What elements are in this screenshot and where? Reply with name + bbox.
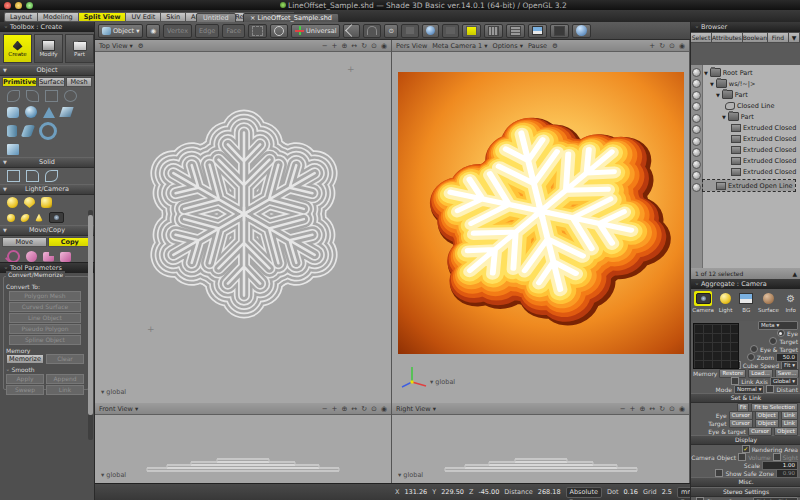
magnify-button[interactable]: ⊙ [371, 42, 377, 50]
convert-line-object-button[interactable]: Line Object [9, 313, 81, 323]
edge-mode-button[interactable]: Edge [195, 24, 219, 38]
eye-toggle[interactable] [692, 137, 701, 146]
pan-button[interactable]: ↔ [351, 42, 357, 50]
zoom-in-button[interactable]: + [649, 42, 655, 50]
convert-polygon-mesh-button[interactable]: Polygon Mesh [9, 291, 81, 301]
globe-view-button[interactable] [422, 24, 439, 38]
convert-pseudo-polygon-button[interactable]: Pseudo Polygon [9, 324, 81, 334]
tab-surface[interactable]: Surface [38, 77, 65, 87]
smooth-label[interactable]: ◦ Smooth [6, 366, 84, 373]
circle-icon[interactable] [64, 90, 77, 102]
light-camera-section-header[interactable]: ▼Light/Camera [0, 184, 94, 195]
pers-pause-button[interactable]: Pause [528, 42, 547, 50]
cone-icon[interactable] [43, 107, 55, 118]
volume-checkbox[interactable] [738, 453, 746, 461]
eye-target-cursor-button[interactable]: Cursor [748, 427, 772, 436]
tree-item-extruded-closed[interactable]: Extruded Closed [703, 144, 796, 155]
create-mode-button[interactable]: Create [3, 34, 32, 63]
rectangle-icon[interactable] [45, 90, 58, 102]
zoom-in-button[interactable]: + [332, 42, 338, 50]
spotlight-icon[interactable] [24, 197, 35, 208]
eye-toggle[interactable] [692, 160, 701, 169]
apply-button[interactable]: Apply [6, 374, 44, 384]
browser-tab-find[interactable]: Find [768, 32, 789, 43]
rendering-area-checkbox[interactable]: ✓ [742, 445, 750, 453]
expander-icon[interactable]: ▼ [704, 70, 708, 76]
sweep-button[interactable]: Sweep [6, 385, 44, 395]
render-preview-button[interactable] [572, 24, 591, 38]
browser-header[interactable]: ◦ Browser [691, 22, 800, 32]
eye-toggle[interactable] [692, 183, 701, 192]
browser-tab-attributes[interactable]: Attributes [712, 32, 743, 43]
aggregate-tab-surface[interactable]: Surface [758, 291, 779, 313]
safe-zone-field[interactable]: 0.90 [776, 469, 798, 478]
fullscreen-window-button[interactable] [26, 2, 33, 9]
object-section-header[interactable]: ▼Object [0, 65, 94, 76]
rotate-view-button[interactable]: ↻ [361, 405, 367, 413]
area-light-icon[interactable] [7, 214, 15, 222]
aggregate-tab-bg[interactable]: BG [737, 291, 755, 313]
mode-select[interactable]: Normal ▾ [734, 385, 764, 394]
face-mode-button[interactable]: Face [222, 24, 245, 38]
link-button[interactable]: Link [46, 385, 84, 395]
eye-toggle[interactable] [692, 148, 701, 157]
right-global-label[interactable]: ▾ global [398, 471, 423, 479]
tab-move[interactable]: Move [2, 237, 47, 247]
eye-toggle[interactable] [692, 102, 701, 111]
part-mode-button[interactable]: Part [65, 34, 94, 63]
object-mode-button[interactable]: Object▾ [98, 24, 143, 38]
tab-copy[interactable]: Copy [48, 237, 93, 247]
coordinate-mode-select[interactable]: Absolute ▾ [566, 487, 602, 498]
camera-view-button[interactable]: ◉ [381, 42, 387, 50]
tree-item-extruded-closed[interactable]: Extruded Closed [703, 122, 796, 133]
rotate-view-button[interactable]: ↻ [659, 42, 665, 50]
top-view-label[interactable]: Top View ▾ [99, 42, 133, 50]
load-button[interactable]: Load... [748, 369, 772, 378]
safe-zone-checkbox[interactable] [715, 469, 723, 477]
front-global-label[interactable]: ▾ global [101, 471, 126, 479]
numeric-input-button[interactable] [550, 24, 569, 38]
expander-icon[interactable]: ▼ [3, 158, 7, 167]
rotate-copy-icon[interactable] [26, 251, 37, 262]
magnify-button[interactable]: ⊙ [669, 405, 675, 413]
eye-target-object-button[interactable]: Object [774, 427, 798, 436]
clear-button[interactable]: Clear [46, 354, 84, 364]
universal-manipulator-button[interactable]: Universal [291, 24, 340, 38]
eye-toggle[interactable] [692, 114, 701, 123]
aggregate-tab-camera[interactable]: Camera [692, 291, 714, 313]
magnet-tool-button[interactable] [363, 24, 381, 38]
solid-extrude-icon[interactable] [26, 170, 39, 182]
torus-icon[interactable] [39, 122, 57, 140]
pers-options-menu[interactable]: Options ▾ [493, 42, 523, 50]
path-tool-button[interactable] [442, 24, 459, 38]
zoom-fit-button[interactable]: ⊕ [341, 405, 347, 413]
front-view-label[interactable]: Front View ▾ [99, 405, 138, 413]
browser-tab-boolean[interactable]: Boolean [743, 32, 768, 43]
tree-item-part-group[interactable]: ▼ws/!~|> [703, 78, 755, 89]
target-radio[interactable] [769, 337, 777, 345]
browser-tab-select[interactable]: Select [691, 32, 712, 43]
workspace-tab-skin[interactable]: Skin [160, 12, 185, 22]
append-button[interactable]: Append [46, 374, 84, 384]
rotate-view-button[interactable]: ↻ [659, 405, 665, 413]
rotate-view-button[interactable]: ↻ [361, 42, 367, 50]
point-light-icon[interactable] [7, 197, 18, 208]
zoom-out-button[interactable]: − [322, 405, 328, 413]
magnify-button[interactable]: ⊙ [669, 42, 675, 50]
scale-copy-icon[interactable] [43, 252, 54, 262]
solid-sweep-icon[interactable] [45, 170, 58, 182]
tab-mesh[interactable]: Mesh [66, 77, 92, 87]
browser-filter-button[interactable]: ▼ [789, 32, 800, 43]
eye-toggle[interactable] [692, 125, 701, 134]
expander-icon[interactable]: ▼ [3, 226, 7, 235]
gear-icon[interactable]: ⚙ [138, 42, 144, 50]
lasso-select-button[interactable] [270, 24, 288, 38]
marquee-select-button[interactable] [248, 24, 267, 38]
right-view-canvas[interactable]: ▾ global [392, 415, 689, 483]
expander-icon[interactable]: ▼ [722, 114, 726, 120]
tree-item-extruded-closed[interactable]: Extruded Closed [703, 155, 796, 166]
top-global-label[interactable]: ▾ global [101, 388, 126, 396]
aggregate-tab-info[interactable]: ⚙Info [782, 291, 800, 313]
solid-box-icon[interactable] [7, 170, 20, 182]
workspace-tab-layout[interactable]: Layout [4, 12, 37, 22]
